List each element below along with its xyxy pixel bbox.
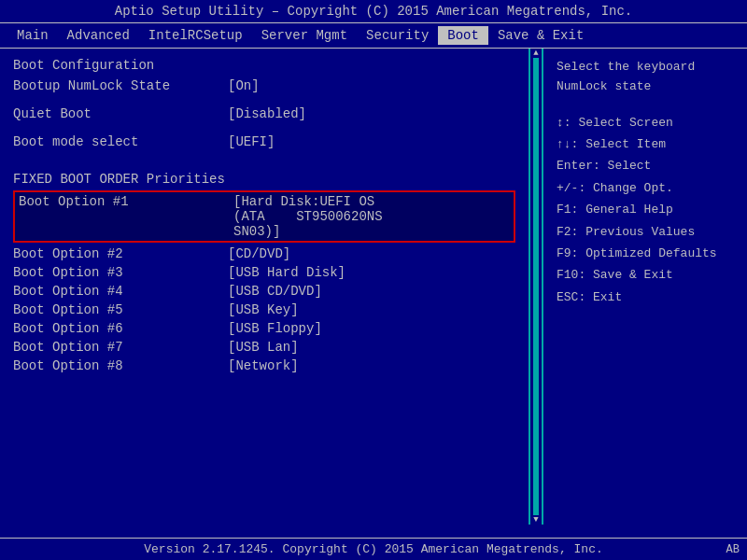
boot-option-4-value: [USB CD/DVD] xyxy=(228,284,322,299)
scroll-down-arrow[interactable]: ▼ xyxy=(533,515,538,525)
boot-configuration-section: Boot Configuration Bootup NumLock State … xyxy=(13,58,515,151)
bootup-numlock-value: [On] xyxy=(228,78,260,93)
boot-option-2-value: [CD/DVD] xyxy=(228,246,290,261)
key-esc-exit: ESC: Exit xyxy=(557,287,734,308)
boot-option-1-value: [Hard Disk:UEFI OS xyxy=(233,194,374,209)
key-f2-prev: F2: Previous Values xyxy=(557,221,734,243)
boot-option-6-value: [USB Floppy] xyxy=(228,321,322,336)
menu-item-boot[interactable]: Boot xyxy=(438,26,488,45)
title-bar: Aptio Setup Utility – Copyright (C) 2015… xyxy=(0,0,747,22)
help-line-2: NumLock state xyxy=(557,77,734,97)
boot-option-1-label: Boot Option #1 xyxy=(19,194,233,209)
menu-item-security[interactable]: Security xyxy=(357,26,438,45)
key-shortcuts-section: ↕: Select Screen ↑↓: Select Item Enter: … xyxy=(557,112,734,309)
key-select-item: ↑↓: Select Item xyxy=(557,133,734,155)
boot-option-5-value: [USB Key] xyxy=(228,302,299,317)
key-f10-save: F10: Save & Exit xyxy=(557,264,734,286)
boot-option-1-empty2 xyxy=(19,224,233,239)
boot-option-4-label: Boot Option #4 xyxy=(13,284,228,299)
boot-option-8-row[interactable]: Boot Option #8 [Network] xyxy=(13,357,515,375)
key-f1-help: F1: General Help xyxy=(557,199,734,220)
boot-option-1-value-3: SN03)] xyxy=(233,224,280,239)
boot-mode-value: [UEFI] xyxy=(228,134,275,149)
menu-item-save-exit[interactable]: Save & Exit xyxy=(488,26,593,45)
menu-item-main[interactable]: Main xyxy=(7,26,58,45)
boot-option-5-row[interactable]: Boot Option #5 [USB Key] xyxy=(13,301,515,319)
version-text: Version 2.17.1245. Copyright (C) 2015 Am… xyxy=(144,542,602,556)
menu-item-advanced[interactable]: Advanced xyxy=(58,26,139,45)
fixed-boot-order-title: FIXED BOOT ORDER Priorities xyxy=(13,172,515,187)
key-change-opt: +/-: Change Opt. xyxy=(557,177,734,199)
bootup-numlock-label: Bootup NumLock State xyxy=(13,78,228,93)
quiet-boot-row[interactable]: Quiet Boot [Disabled] xyxy=(13,105,515,123)
quiet-boot-value: [Disabled] xyxy=(228,106,306,121)
left-panel: Boot Configuration Bootup NumLock State … xyxy=(0,49,530,525)
version-bar: Version 2.17.1245. Copyright (C) 2015 Am… xyxy=(0,538,747,560)
boot-mode-row[interactable]: Boot mode select [UEFI] xyxy=(13,133,515,151)
help-text-section: Select the keyboard NumLock state xyxy=(557,58,734,97)
boot-option-1-empty xyxy=(19,209,233,224)
boot-option-4-row[interactable]: Boot Option #4 [USB CD/DVD] xyxy=(13,282,515,301)
boot-option-1-row[interactable]: Boot Option #1 [Hard Disk:UEFI OS (ATA S… xyxy=(13,190,515,243)
boot-config-title: Boot Configuration xyxy=(13,58,515,73)
bootup-numlock-row[interactable]: Bootup NumLock State [On] xyxy=(13,77,515,95)
boot-option-8-value: [Network] xyxy=(228,358,299,373)
boot-option-6-label: Boot Option #6 xyxy=(13,321,228,336)
boot-option-3-row[interactable]: Boot Option #3 [USB Hard Disk] xyxy=(13,263,515,282)
boot-option-7-value: [USB Lan] xyxy=(228,340,299,355)
boot-option-3-value: [USB Hard Disk] xyxy=(228,265,345,280)
boot-option-2-row[interactable]: Boot Option #2 [CD/DVD] xyxy=(13,245,515,263)
boot-option-5-label: Boot Option #5 xyxy=(13,302,228,317)
right-panel: Select the keyboard NumLock state ↕: Sel… xyxy=(542,49,747,525)
ab-badge: AB xyxy=(726,543,740,556)
boot-option-7-row[interactable]: Boot Option #7 [USB Lan] xyxy=(13,338,515,357)
boot-mode-label: Boot mode select xyxy=(13,134,228,149)
boot-option-3-label: Boot Option #3 xyxy=(13,265,228,280)
main-container: Boot Configuration Bootup NumLock State … xyxy=(0,49,747,525)
vertical-scrollbar[interactable]: ▲ ▼ xyxy=(530,49,542,525)
boot-option-2-label: Boot Option #2 xyxy=(13,246,228,261)
key-f9-defaults: F9: Optimized Defaults xyxy=(557,243,734,264)
fixed-boot-order-section: FIXED BOOT ORDER Priorities Boot Option … xyxy=(13,172,515,375)
scroll-track[interactable] xyxy=(533,58,539,515)
key-select-screen: ↕: Select Screen xyxy=(557,112,734,133)
menu-item-server-mgmt[interactable]: Server Mgmt xyxy=(252,26,357,45)
menu-bar: Main Advanced IntelRCSetup Server Mgmt S… xyxy=(0,22,747,49)
boot-option-6-row[interactable]: Boot Option #6 [USB Floppy] xyxy=(13,319,515,338)
menu-item-intelrcsetup[interactable]: IntelRCSetup xyxy=(139,26,252,45)
key-enter-select: Enter: Select xyxy=(557,155,734,176)
boot-option-8-label: Boot Option #8 xyxy=(13,358,228,373)
boot-option-7-label: Boot Option #7 xyxy=(13,340,228,355)
help-line-1: Select the keyboard xyxy=(557,58,734,77)
boot-option-1-value-2: (ATA ST9500620NS xyxy=(233,209,383,224)
scroll-up-arrow[interactable]: ▲ xyxy=(533,49,538,58)
quiet-boot-label: Quiet Boot xyxy=(13,106,228,121)
